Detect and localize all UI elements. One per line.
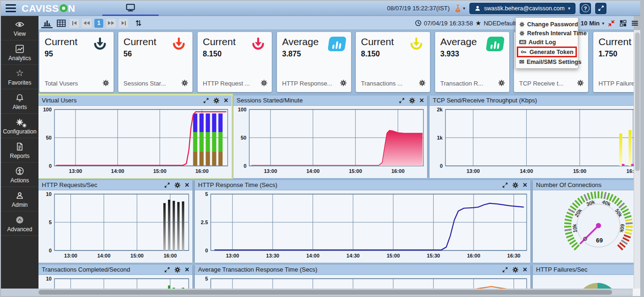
svg-text:13:00: 13:00 [64, 253, 77, 258]
sidebar-item-configuration[interactable]: Configuration [1, 114, 38, 138]
favorite-star-icon[interactable]: ★ [475, 19, 482, 27]
prev-page-button[interactable] [82, 19, 92, 28]
menu-item-change-password[interactable]: Change Password [516, 20, 578, 29]
gear-icon[interactable] [512, 182, 519, 188]
svg-text:13:00: 13:00 [226, 253, 239, 258]
kpi-label: HTTP Request ... [203, 80, 250, 87]
close-icon[interactable]: × [420, 97, 424, 104]
brand-text-left: CAVISS [22, 3, 59, 14]
svg-text:0: 0 [244, 163, 246, 169]
download-icon [408, 37, 424, 53]
fullscreen-icon [598, 5, 604, 11]
svg-text:13:00: 13:00 [467, 168, 480, 174]
hamburger-menu-icon[interactable] [6, 4, 16, 12]
svg-text:14:00: 14:00 [520, 168, 533, 174]
help-button[interactable]: ? [580, 3, 591, 14]
gear-icon[interactable] [512, 266, 519, 273]
svg-text:14:00: 14:00 [307, 168, 320, 174]
gear-icon[interactable] [409, 97, 415, 104]
sidebar-item-favorites[interactable]: ☆ Favorites [1, 65, 38, 89]
kpi-icon-slot [329, 37, 345, 51]
chart-http-response-time: 02.5513:0013:3014:0014:3015:0015:3016:00… [195, 190, 530, 263]
svg-text:16:00: 16:00 [391, 168, 405, 174]
panel-transactions-completed: Transactions Completed/Second × 051013:0… [38, 265, 192, 289]
gear-icon[interactable] [102, 79, 109, 88]
expand-icon[interactable] [502, 267, 508, 273]
gear-icon[interactable] [577, 79, 584, 88]
expand-icon[interactable] [399, 98, 405, 103]
close-icon[interactable]: × [523, 182, 527, 188]
expand-icon[interactable] [203, 98, 209, 103]
chart-avg-transaction-response: 02.5513:0013:3014:0014:3015:0015:3016:00… [195, 275, 530, 289]
gear-icon[interactable] [174, 266, 181, 273]
expand-icon[interactable] [502, 182, 508, 188]
collapse-button[interactable] [607, 18, 616, 28]
gear-icon[interactable] [261, 79, 268, 88]
svg-text:69: 69 [596, 237, 603, 244]
close-icon[interactable]: × [224, 97, 228, 104]
sidebar-item-advanced[interactable]: Advanced [1, 211, 38, 236]
sidebar-item-actions[interactable]: Actions [1, 163, 38, 187]
close-icon[interactable]: × [185, 266, 189, 273]
gauge-number-of-connections: 10k20k30k40k50k60k69 [533, 190, 634, 263]
graph-view-button[interactable] [41, 18, 53, 28]
svg-text:14:00: 14:00 [111, 168, 124, 174]
clock-icon [415, 20, 422, 26]
test-run-indicator[interactable]: ▾ [454, 4, 465, 12]
horizontal-scrollbar-thumb[interactable] [38, 290, 612, 295]
vertical-scrollbar[interactable] [634, 30, 640, 289]
layout-button[interactable] [619, 18, 628, 28]
key-icon [521, 49, 527, 55]
panel-http-requests: HTTP Requests/Sec × 051013:0014:0015:001… [38, 180, 192, 262]
expand-icon[interactable] [164, 182, 170, 188]
user-menu-button[interactable]: swastik.behera@cavisson.com ▾ [469, 3, 575, 14]
gear-icon[interactable] [213, 97, 220, 104]
favorite-view-name[interactable]: NDEDefault [483, 20, 516, 27]
close-icon[interactable]: × [185, 182, 189, 188]
gear-icon[interactable] [340, 79, 347, 88]
svg-text:0: 0 [49, 163, 52, 169]
menu-item-audit-log[interactable]: AD Audit Log [516, 38, 578, 47]
menu-item-email-sms-settings[interactable]: ✉ Email/SMS Settings [516, 57, 578, 66]
gear-icon[interactable] [498, 79, 505, 88]
grid-view-button[interactable] [55, 18, 67, 28]
panel-title: Average Transaction Response Time (Secs) [198, 266, 317, 273]
widget-list-button[interactable] [630, 18, 640, 28]
sort-button[interactable] [133, 18, 144, 28]
gear-icon[interactable] [174, 182, 181, 188]
bar-chart-icon [43, 19, 52, 27]
current-page-indicator[interactable]: 1 [94, 19, 103, 28]
gear-icon[interactable] [419, 79, 426, 88]
menu-item-generate-token[interactable]: Generate Token [517, 47, 577, 57]
svg-text:15:00: 15:00 [573, 168, 586, 174]
sidebar-item-reports[interactable]: Reports [1, 138, 38, 163]
menu-item-refresh-interval[interactable]: Refresh Interval Time [516, 29, 578, 38]
svg-text:14:00: 14:00 [306, 253, 319, 258]
eye-icon [15, 21, 24, 28]
panel-sessions-started: Sessions Started/Minute × 05010013:0014:… [233, 95, 427, 177]
svg-text:15:00: 15:00 [130, 253, 144, 258]
sidebar-item-analytics[interactable]: Analytics [1, 40, 38, 65]
sidebar-item-admin[interactable]: Admin [1, 187, 38, 211]
sidebar-item-alerts[interactable]: Alerts [1, 89, 38, 114]
chevron-down-icon[interactable]: ▾ [602, 21, 605, 26]
vertical-scrollbar-thumb[interactable] [635, 32, 640, 171]
last-page-button[interactable] [119, 19, 128, 28]
first-page-button[interactable] [69, 19, 79, 28]
gear-icon[interactable] [181, 79, 188, 88]
svg-text:50: 50 [46, 135, 52, 141]
user-email: swastik.behera@cavisson.com [484, 5, 565, 12]
monitor-tab[interactable] [102, 1, 159, 16]
kpi-label: TCP Receive t... [519, 80, 563, 87]
advanced-icon [15, 216, 24, 224]
sidebar-item-view[interactable]: View [1, 16, 38, 40]
close-icon[interactable]: × [523, 266, 527, 273]
refresh-interval-dropdown[interactable]: 10 Min [581, 20, 599, 27]
expand-icon[interactable] [164, 267, 170, 273]
kpi-icon-slot [92, 37, 108, 55]
svg-text:16:00: 16:00 [163, 253, 176, 258]
kpi-card-sessions-started: Current 56 Sessions Star... [118, 32, 192, 92]
svg-text:16:30: 16:30 [507, 253, 521, 258]
fullscreen-button[interactable] [595, 3, 606, 14]
next-page-button[interactable] [106, 19, 116, 28]
